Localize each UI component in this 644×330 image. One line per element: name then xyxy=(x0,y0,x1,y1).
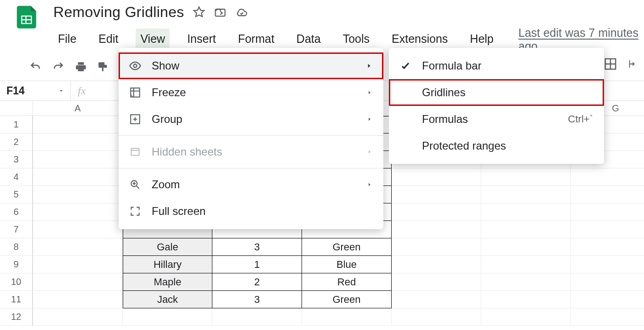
name-box[interactable]: F14 xyxy=(0,81,71,100)
cell[interactable] xyxy=(481,256,571,273)
menu-file[interactable]: File xyxy=(53,29,81,51)
submenu-formula-bar[interactable]: Formula bar xyxy=(389,52,604,79)
show-submenu: Formula bar Gridlines Formulas Ctrl+` Pr… xyxy=(389,48,604,164)
submenu-formulas[interactable]: Formulas Ctrl+` xyxy=(389,106,604,133)
cell[interactable]: 2 xyxy=(212,273,302,291)
cell[interactable] xyxy=(571,256,644,273)
view-full-screen[interactable]: Full screen xyxy=(119,198,383,225)
cell[interactable]: Green xyxy=(302,238,392,256)
cell[interactable] xyxy=(33,221,123,238)
row-header[interactable]: 11 xyxy=(0,291,33,308)
row-header[interactable]: 3 xyxy=(0,151,33,168)
cell[interactable] xyxy=(481,238,571,256)
row-header[interactable]: 4 xyxy=(0,168,33,186)
row-header[interactable]: 12 xyxy=(0,308,33,326)
menu-edit[interactable]: Edit xyxy=(94,29,123,51)
cell[interactable] xyxy=(392,256,481,273)
cell[interactable]: 3 xyxy=(212,291,302,308)
cell[interactable] xyxy=(212,308,302,326)
chevron-right-icon xyxy=(367,116,372,122)
cell[interactable] xyxy=(481,186,571,203)
view-zoom[interactable]: Zoom xyxy=(119,171,383,198)
cell[interactable] xyxy=(571,168,644,186)
row-header[interactable]: 1 xyxy=(0,116,33,133)
print-icon[interactable] xyxy=(74,61,87,73)
select-all-corner[interactable] xyxy=(0,101,33,116)
cell[interactable] xyxy=(571,238,644,256)
cell[interactable] xyxy=(33,273,123,291)
row-header[interactable]: 9 xyxy=(0,256,33,273)
column-header-A[interactable]: A xyxy=(33,101,123,116)
cell[interactable] xyxy=(481,273,571,291)
cell[interactable] xyxy=(33,186,123,203)
cell[interactable] xyxy=(33,133,123,151)
row-header[interactable]: 6 xyxy=(0,203,33,221)
cell[interactable] xyxy=(392,168,481,186)
cell[interactable] xyxy=(33,291,123,308)
cell[interactable]: Hillary xyxy=(123,256,212,273)
view-full-screen-label: Full screen xyxy=(152,205,372,218)
row-header[interactable]: 8 xyxy=(0,238,33,256)
cell[interactable] xyxy=(392,203,481,221)
cell[interactable] xyxy=(571,221,644,238)
cell[interactable] xyxy=(392,308,481,326)
cell[interactable]: 3 xyxy=(212,238,302,256)
cell[interactable] xyxy=(33,168,123,186)
view-freeze-label: Freeze xyxy=(152,86,358,99)
submenu-gridlines-label: Gridlines xyxy=(422,86,593,99)
cell[interactable] xyxy=(392,238,481,256)
merge-icon[interactable] xyxy=(627,57,638,71)
cell[interactable] xyxy=(571,186,644,203)
chevron-right-icon xyxy=(366,63,372,69)
move-icon[interactable] xyxy=(214,6,227,19)
cell[interactable] xyxy=(571,203,644,221)
cell[interactable]: Blue xyxy=(302,256,392,273)
cell[interactable] xyxy=(302,308,392,326)
cell[interactable] xyxy=(392,273,481,291)
cell[interactable] xyxy=(571,291,644,308)
cell[interactable] xyxy=(392,221,481,238)
cell[interactable] xyxy=(33,308,123,326)
cell[interactable]: Green xyxy=(302,291,392,308)
borders-icon[interactable] xyxy=(604,57,617,71)
redo-icon[interactable] xyxy=(51,61,65,73)
cell[interactable]: Maple xyxy=(123,273,212,291)
cell[interactable] xyxy=(481,168,571,186)
cell[interactable] xyxy=(481,291,571,308)
cell[interactable] xyxy=(481,308,571,326)
cloud-status-icon[interactable] xyxy=(235,6,249,19)
submenu-gridlines[interactable]: Gridlines xyxy=(389,79,604,106)
cell[interactable] xyxy=(33,238,123,256)
submenu-protected-ranges[interactable]: Protected ranges xyxy=(389,133,604,159)
view-group-label: Group xyxy=(152,113,358,126)
caret-down-icon xyxy=(57,87,65,94)
sheet-icon xyxy=(128,146,142,158)
cell[interactable] xyxy=(481,221,571,238)
cell[interactable] xyxy=(123,308,212,326)
row-header[interactable]: 7 xyxy=(0,221,33,238)
cell[interactable]: Jack xyxy=(123,291,212,308)
paint-format-icon[interactable] xyxy=(97,61,109,73)
cell[interactable] xyxy=(571,273,644,291)
star-icon[interactable] xyxy=(193,6,205,19)
cell[interactable] xyxy=(33,256,123,273)
cell[interactable] xyxy=(33,203,123,221)
cell[interactable]: 1 xyxy=(212,256,302,273)
view-group[interactable]: Group xyxy=(119,106,383,133)
cell[interactable] xyxy=(33,151,123,168)
view-dropdown: Show Freeze Group Hidden sheets xyxy=(119,48,383,229)
cell[interactable] xyxy=(571,308,644,326)
row-header[interactable]: 2 xyxy=(0,133,33,151)
view-freeze[interactable]: Freeze xyxy=(119,79,383,106)
cell[interactable] xyxy=(33,116,123,133)
cell[interactable] xyxy=(392,186,481,203)
document-title[interactable]: Removing Gridlines xyxy=(53,4,184,21)
cell[interactable] xyxy=(392,291,481,308)
undo-icon[interactable] xyxy=(28,61,42,73)
cell[interactable]: Gale xyxy=(123,238,212,256)
row-header[interactable]: 10 xyxy=(0,273,33,291)
row-header[interactable]: 5 xyxy=(0,186,33,203)
cell[interactable] xyxy=(481,203,571,221)
cell[interactable]: Red xyxy=(302,273,392,291)
view-show[interactable]: Show xyxy=(119,52,383,79)
